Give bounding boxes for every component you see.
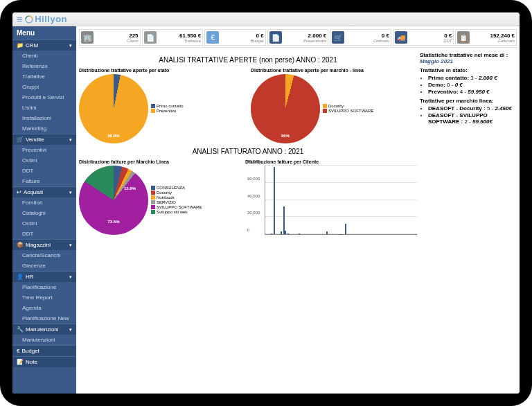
menu-section-hr[interactable]: 👤HR▾ (12, 271, 76, 282)
legend-item: Sviluppo siti web (151, 210, 202, 214)
chart-fatture-cliente: Distribuzione fatture per Cliente 020,00… (245, 159, 417, 235)
menu-item-pianificazione[interactable]: Pianificazione (12, 282, 76, 292)
menu-item-ordini[interactable]: Ordini (12, 218, 76, 229)
menu-item-prodotti-e-servizi[interactable]: Prodotti e Servizi (12, 92, 76, 103)
kpi-row: 🏢225Clienti📄61.950 €Trattative€0 €Budget… (79, 29, 517, 48)
bar (271, 233, 272, 234)
bar (285, 231, 286, 234)
kpi-fatturato[interactable]: 📋192.240 €Fatturato (455, 29, 517, 46)
legend-item: Docurity (151, 191, 202, 195)
legend-fatture-linea: CONSULENZADocurityNutribookSERVIZIOSVILU… (151, 186, 202, 215)
menu-item-giacenze[interactable]: Giacenze (12, 261, 76, 271)
legend-item: Docurity (323, 104, 373, 108)
section-icon: 📁 (17, 42, 24, 48)
kpi-trattative[interactable]: 📄61.950 €Trattative (142, 29, 204, 46)
menu-item-ordini[interactable]: Ordini (12, 155, 76, 166)
bar (287, 233, 289, 234)
menu-section-note[interactable]: 📝Note (12, 356, 76, 367)
legend-item: Nutribook (151, 195, 202, 200)
stat-linea-item: DEASOFT - SVILUPPO SOFTWARE : 2 - 59.500… (428, 112, 517, 125)
menu-item-manutenzioni[interactable]: Manutenzioni (12, 335, 76, 345)
menu-item-installazioni[interactable]: Installazioni (12, 113, 76, 123)
stat-stato-item: Preventivo: 4 - 59.950 € (428, 89, 517, 95)
menu-item-listini[interactable]: Listini (12, 103, 76, 113)
chevron-down-icon: ▾ (69, 190, 72, 195)
stat-linea-item: DEASOFT - Docurity : 5 - 2.450€ (428, 105, 517, 112)
topbar: ≡ Hillyon (12, 12, 520, 26)
chart-marchio: Distribuzione trattative aperte per marc… (251, 68, 417, 143)
menu-item-cataloghi[interactable]: Cataloghi (12, 208, 76, 218)
menu-section-budget[interactable]: €Budget (12, 345, 76, 356)
section-icon: 📦 (17, 242, 24, 248)
chevron-down-icon: ▾ (69, 43, 72, 48)
chart-stato: Distribuzione trattative aperte per stat… (79, 68, 245, 143)
section-icon: 👤 (17, 274, 24, 280)
bar (345, 224, 346, 234)
kpi-ordinato[interactable]: 🛒0 €Ordinato (330, 29, 391, 46)
menu-item-marketing[interactable]: Marketing (12, 123, 76, 134)
chevron-down-icon: ▾ (69, 137, 72, 143)
chevron-down-icon: ▾ (69, 242, 72, 248)
legend-item: SVILUPPO SOFTWARE (151, 205, 202, 209)
menu-section-manutenzioni[interactable]: 🔧Manutenzioni▾ (12, 324, 76, 335)
legend-stato: Primo contattoPreventivo (151, 104, 184, 114)
kpi-ddt[interactable]: 🚚0 €DDT (393, 29, 454, 46)
bar (326, 231, 328, 234)
file-icon: 📄 (144, 31, 157, 44)
kpi-preventivato[interactable]: 📄2.000 €Preventivato (267, 29, 329, 46)
stats-panel: Statistiche trattative nel mese di : Mag… (420, 52, 517, 239)
chevron-down-icon: ▾ (69, 274, 72, 280)
barchart-cliente: 020,00040,00060,00080,000 (265, 166, 417, 235)
menu-toggle-icon[interactable]: ≡ (17, 14, 22, 25)
menu-item-agenda[interactable]: Agenda (12, 303, 76, 313)
clipboard-icon: 📋 (457, 31, 470, 44)
legend-item: CONSULENZA (151, 186, 202, 190)
menu-item-pianificazione-new[interactable]: Pianificazione New (12, 313, 76, 324)
pie-stato: 96.8% (79, 74, 148, 143)
legend-item: SERVIZIO (151, 200, 202, 204)
section-icon: € (17, 348, 19, 354)
legend-item: SVILUPPO SOFTWARE (323, 109, 373, 113)
menu-item-gruppi[interactable]: Gruppi (12, 82, 76, 92)
logo-icon (25, 15, 33, 24)
section-icon: 🔧 (17, 326, 24, 333)
menu-item-ddt[interactable]: DDT (12, 229, 76, 239)
menu-section-magazzini[interactable]: 📦Magazzini▾ (12, 239, 76, 250)
chevron-down-icon: ▾ (69, 327, 72, 333)
menu-section-acquisti[interactable]: ↩Acquisti▾ (12, 186, 76, 197)
kpi-clienti[interactable]: 🏢225Clienti (79, 29, 141, 46)
menu-section-crm[interactable]: 📁CRM▾ (12, 39, 76, 51)
euro-icon: € (206, 31, 219, 44)
truck-icon: 🚚 (395, 31, 407, 44)
legend-marchio: DocuritySVILUPPO SOFTWARE (323, 104, 373, 114)
logo-text: Hillyon (35, 14, 67, 24)
menu-item-clienti[interactable]: Clienti (12, 51, 76, 61)
section-icon: 📝 (17, 359, 24, 365)
menu-item-referenze[interactable]: Referenze (12, 61, 76, 71)
section-title-trattative: ANALISI TRATTATIVE APERTE (non perse) AN… (79, 56, 417, 64)
section-title-fatturato: ANALISI FATTURATO ANNO : 2021 (79, 148, 417, 155)
menu-item-fornitori[interactable]: Fornitori (12, 197, 76, 208)
section-icon: ↩ (17, 189, 21, 195)
menu-title: Menu (12, 26, 76, 39)
stat-stato-item: Demo: 0 - 0 € (428, 82, 517, 88)
menu-item-time-report[interactable]: Time Report (12, 292, 76, 303)
menu-item-trattative[interactable]: Trattative (12, 71, 76, 82)
chart-fatture-linea: Distribuzione fatture per Marchio Linea … (79, 159, 240, 235)
pie-fatture-linea: 73.5% 15.8% (79, 166, 148, 235)
sidebar: Menu 📁CRM▾ClientiReferenzeTrattativeGrup… (12, 26, 76, 394)
stat-stato-item: Primo contatto: 3 - 2.000 € (428, 75, 517, 81)
menu-item-fatture[interactable]: Fatture (12, 176, 76, 186)
section-icon: 🛒 (17, 136, 24, 143)
logo: Hillyon (25, 14, 67, 24)
bar (299, 233, 300, 234)
kpi-budget[interactable]: €0 €Budget (204, 29, 266, 46)
building-icon: 🏢 (81, 31, 94, 44)
menu-item-ddt[interactable]: DDT (12, 166, 76, 176)
menu-item-carichi-scarichi[interactable]: Carichi/Scarichi (12, 250, 76, 261)
pie-marchio: 96% (251, 74, 320, 143)
menu-section-vendite[interactable]: 🛒Vendite▾ (12, 134, 76, 145)
doc-icon: 📄 (269, 31, 282, 44)
menu-item-preventivi[interactable]: Preventivi (12, 145, 76, 155)
bar (283, 206, 285, 234)
